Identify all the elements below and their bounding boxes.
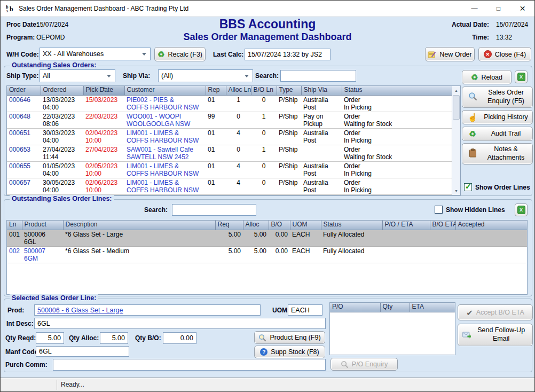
lines-groupbox: Outstanding Sales Order Lines: Search: S… [4,199,532,296]
column-header[interactable]: Ln [7,221,22,230]
last-calc-field: 15/07/2024 13:32 by JS2 [245,49,331,60]
bbs-app-icon: b s b [5,4,15,13]
manf-code-field[interactable]: 6GL [36,346,129,357]
sales-order-enquiry-button[interactable]: Sales Order Enquiry (F5) [462,87,533,108]
column-header[interactable]: Req [215,221,243,230]
column-header[interactable]: P/O [330,303,380,312]
column-header[interactable]: B/O [269,221,290,230]
column-header[interactable]: Product [22,221,63,230]
scroll-down-icon[interactable]: ▼ [452,186,460,195]
recalc-button[interactable]: ♻ Recalc (F3) [154,47,206,61]
minimize-button[interactable]: — [462,1,486,16]
ship-via-select[interactable]: (All) [158,69,253,82]
wh-code-value: XX - All Warehouses [43,50,104,58]
orders-scrollbar[interactable]: ▲ ▼ [452,86,460,195]
column-header[interactable]: UOM [290,221,321,230]
close-button[interactable]: ✕ Close (F4) [478,47,531,61]
last-calc-label: Last Calc: [213,51,243,58]
orders-search-input[interactable] [280,70,356,82]
column-header[interactable]: ▲Pick Date [83,86,124,96]
maximize-button[interactable]: □ [486,1,510,16]
magnifier-icon [341,360,349,369]
order-row[interactable]: 00065501/05/2023 04:0002/05/2023 10:00LI… [7,162,453,178]
int-desc-label: Int Desc: [6,320,34,327]
order-row[interactable]: 00064613/03/2023 04:0015/03/2023PIE002 -… [7,96,453,112]
new-order-label: New Order [439,51,471,58]
order-row[interactable]: 00065130/03/2023 04:0002/04/2023 10:00LI… [7,129,453,145]
ship-type-value: All [43,72,50,80]
qty-alloc-value: 5.00 [112,334,125,342]
column-header[interactable]: Rep [206,86,226,96]
column-header[interactable]: Alloc Ln [226,86,251,96]
orders-grid: OrderOrdered▲Pick DateCustomerRepAlloc L… [6,85,461,195]
order-row[interactable]: 00065327/04/2023 11:4427/04/2023SAW001 -… [7,145,453,162]
audit-trail-label: Audit Trail [483,130,529,138]
audit-trail-button[interactable]: ♻ Audit Trail [462,127,533,141]
purch-comm-label: Purch Comm: [5,361,48,369]
column-header[interactable]: Status [342,86,453,96]
order-row[interactable]: 00065730/05/2023 04:0002/06/2023 10:00LI… [7,178,453,195]
product-enq-button[interactable]: Product Enq (F9) [254,331,325,344]
column-header[interactable]: Alloc [243,221,269,230]
qty-reqd-value: 5.00 [48,334,61,342]
column-header[interactable]: P/O / ETA [382,221,430,230]
actual-date-value: 15/07/2024 [496,21,528,28]
picking-history-button[interactable]: ☝ Picking History [462,110,533,124]
clipboard-icon [466,148,479,159]
qty-reqd-field[interactable]: 5.00 [36,332,64,344]
recycle-icon: ♻ [466,130,479,138]
scroll-up-icon[interactable]: ▲ [452,86,460,95]
column-header[interactable]: Ship Via [301,86,342,96]
column-header[interactable]: Customer [124,86,206,96]
column-header[interactable]: ETA [410,303,455,312]
recalc-label: Recalc (F3) [168,51,202,58]
ship-type-select[interactable]: All [40,69,115,82]
line-row[interactable]: 001500006 6GL*6 Glass Set - Large5.005.0… [7,230,527,247]
lines-search-label: Search: [144,206,168,214]
new-order-button[interactable]: New Order [425,47,475,61]
wh-code-select[interactable]: XX - All Warehouses [40,48,151,60]
uom-label: UOM: [272,307,289,314]
ship-via-label: Ship Via: [123,72,150,80]
magnifier-icon [466,92,479,103]
lines-export-excel-button[interactable]: X [515,203,528,216]
column-header[interactable]: B/O Ln [251,86,277,96]
accept-bo-eta-button[interactable]: ✔ Accept B/O ETA [458,304,533,320]
column-header[interactable]: Status [321,221,382,230]
column-header[interactable]: Accepted [455,221,527,230]
column-header[interactable]: Type [277,86,301,96]
orders-table: OrderOrdered▲Pick DateCustomerRepAlloc L… [7,86,453,195]
reload-button[interactable]: ♻ Reload [462,70,512,84]
qty-bo-field[interactable]: 0.00 [163,332,196,344]
show-order-lines-checkbox[interactable] [464,183,472,191]
supp-stock-button[interactable]: ? Supp Stock (F8) [254,346,325,358]
app-window: b s b Sales Order Management Dashboard -… [0,0,535,392]
int-desc-field[interactable]: 6GL [34,318,326,329]
scrollbar-thumb[interactable] [453,95,460,120]
column-header[interactable]: Ordered [41,86,83,96]
orders-export-excel-button[interactable]: X [515,70,528,83]
show-hidden-lines-checkbox[interactable] [435,206,443,214]
notes-attachments-button[interactable]: Notes & Attachments [462,143,533,164]
recycle-icon: ♻ [158,50,164,58]
reload-label: Reload [481,74,502,81]
purch-comm-field[interactable] [53,359,326,371]
send-follow-up-email-button[interactable]: Send Follow-Up Email [458,324,533,346]
line-row[interactable]: 002500007 6GM*6 Glass Set - Medium5.005.… [7,247,527,263]
titlebar: b s b Sales Order Management Dashboard -… [1,1,534,17]
prod-label: Prod: [7,307,24,314]
chevron-down-icon [245,75,249,77]
order-row[interactable]: 00064822/03/2023 08:0622/03/2023WOO001 -… [7,112,453,129]
qty-alloc-field[interactable]: 5.00 [100,332,128,344]
orders-search-label: Search: [255,72,279,80]
qty-reqd-label: Qty Reqd: [5,334,36,342]
lines-search-input[interactable] [172,204,256,216]
column-header[interactable]: Description [63,221,215,230]
column-header[interactable]: Order [7,86,41,96]
prod-link[interactable]: 500006 - 6 Glass Set - Large [37,307,123,314]
close-window-button[interactable]: ✕ [510,1,534,16]
show-hidden-lines-label: Show Hidden Lines [446,206,505,214]
column-header[interactable]: B/O ETA [430,221,455,230]
column-header[interactable]: Qty [380,303,410,312]
po-enquiry-button[interactable]: P/O Enquiry [331,358,398,371]
